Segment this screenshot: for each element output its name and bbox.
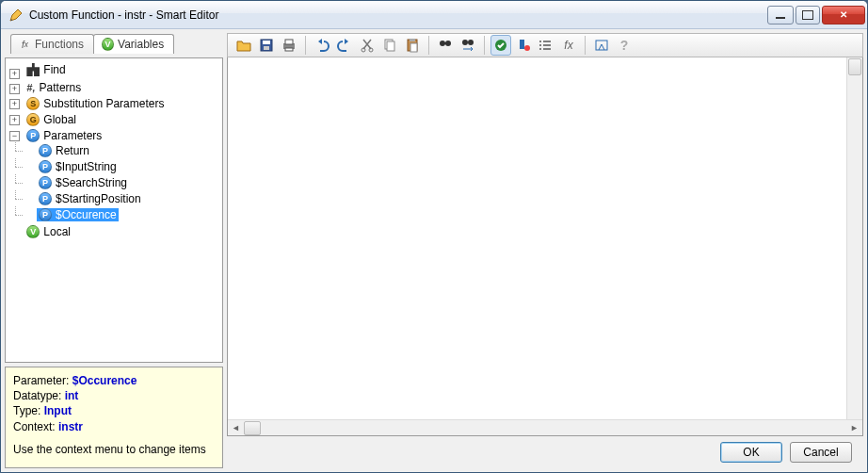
p-icon: P — [39, 208, 52, 221]
validate-icon[interactable] — [490, 35, 511, 56]
tree: + Find + #,Patterns + SSubstitution Para… — [8, 62, 220, 239]
separator — [305, 36, 306, 55]
close-button[interactable] — [822, 6, 865, 24]
svg-point-21 — [539, 41, 541, 42]
tree-label: $StartingPosition — [56, 192, 141, 205]
info-context-value: instr — [58, 420, 83, 433]
svg-rect-4 — [285, 40, 293, 44]
print-icon[interactable] — [279, 35, 299, 56]
info-context-label: Context: — [13, 420, 58, 433]
tree-label: Local — [43, 225, 71, 238]
info-hint: Use the context menu to change items — [13, 442, 215, 457]
tree-label: Patterns — [40, 81, 82, 94]
tree-item-param-return[interactable]: PReturn — [24, 142, 220, 158]
cut-icon[interactable] — [357, 35, 378, 56]
binoculars-icon — [26, 63, 40, 76]
tree-label: Return — [56, 144, 89, 157]
find-icon[interactable] — [435, 35, 456, 56]
svg-point-16 — [462, 40, 468, 45]
p-icon: P — [26, 129, 40, 142]
info-datatype-value: int — [65, 389, 79, 402]
tree-item-global[interactable]: + GGlobal — [9, 111, 220, 127]
titlebar: Custom Function - instr - Smart Editor — [1, 1, 867, 29]
tree-item-param-searchstring[interactable]: P$SearchString — [24, 174, 220, 190]
highlight-icon[interactable] — [591, 35, 612, 56]
save-icon[interactable] — [256, 35, 277, 56]
tree-item-find[interactable]: + Find — [9, 62, 220, 80]
hash-icon: #, — [26, 82, 35, 93]
body: fx Functions V Variables + Find — [1, 29, 867, 472]
bookmark-icon[interactable] — [513, 35, 534, 56]
tree-item-param-inputstring[interactable]: P$InputString — [24, 158, 220, 174]
window-title: Custom Function - instr - Smart Editor — [29, 8, 767, 22]
separator — [585, 36, 586, 55]
expander-icon[interactable]: + — [9, 84, 20, 94]
redo-icon[interactable] — [334, 35, 355, 56]
expander-icon[interactable]: + — [9, 115, 20, 125]
tree-label: Substitution Parameters — [43, 97, 164, 110]
info-type-value: Input — [44, 404, 72, 417]
cancel-button[interactable]: Cancel — [790, 442, 852, 463]
svg-rect-9 — [387, 41, 394, 51]
tree-label: $Occurence — [56, 208, 117, 221]
copy-icon[interactable] — [379, 35, 400, 56]
p-icon: P — [39, 192, 52, 205]
maximize-button[interactable] — [796, 6, 820, 24]
scroll-right-icon[interactable]: ► — [846, 421, 862, 435]
svg-rect-11 — [410, 39, 415, 41]
tree-item-param-startingposition[interactable]: P$StartingPosition — [24, 190, 220, 206]
horizontal-scrollbar[interactable]: ◄ ► — [228, 419, 862, 435]
p-icon: P — [39, 176, 52, 189]
right-panel: fx ? ◄ ► OK Cancel — [227, 33, 863, 468]
svg-rect-15 — [444, 42, 446, 44]
info-datatype-label: Datatype: — [13, 389, 65, 402]
scroll-left-icon[interactable]: ◄ — [228, 421, 244, 435]
dialog-footer: OK Cancel — [227, 436, 863, 468]
expander-icon[interactable]: − — [9, 131, 20, 141]
tree-label: $InputString — [56, 160, 117, 173]
undo-icon[interactable] — [312, 35, 332, 56]
tree-item-substitution[interactable]: + SSubstitution Parameters — [9, 95, 220, 111]
window-controls — [767, 6, 865, 24]
tree-item-local[interactable]: VLocal — [9, 223, 220, 239]
tree-item-param-occurence[interactable]: P$Occurence — [24, 206, 220, 222]
tree-label: Global — [43, 113, 76, 126]
paste-icon[interactable] — [402, 35, 423, 56]
code-editor[interactable]: ◄ ► — [227, 57, 863, 436]
window: Custom Function - instr - Smart Editor f… — [0, 0, 868, 473]
ok-button[interactable]: OK — [720, 442, 782, 463]
fx-icon: fx — [19, 39, 31, 51]
svg-rect-1 — [263, 41, 270, 44]
vertical-scrollbar[interactable] — [846, 57, 862, 419]
info-type-label: Type: — [13, 404, 44, 417]
help-icon[interactable]: ? — [614, 35, 635, 56]
find-replace-icon[interactable] — [458, 35, 478, 56]
p-icon: P — [39, 160, 52, 173]
g-icon: G — [26, 113, 40, 126]
info-panel: Parameter: $Occurence Datatype: int Type… — [5, 367, 223, 468]
toolbar: fx ? — [227, 33, 863, 57]
tree-item-patterns[interactable]: + #,Patterns — [9, 80, 220, 95]
variables-icon: V — [102, 39, 114, 51]
app-icon — [8, 8, 24, 23]
s-icon: S — [26, 97, 40, 110]
fx-icon[interactable]: fx — [558, 35, 579, 56]
expander-icon[interactable]: + — [9, 99, 20, 109]
tree-panel: + Find + #,Patterns + SSubstitution Para… — [5, 57, 223, 363]
left-panel: fx Functions V Variables + Find — [5, 33, 223, 468]
tree-item-parameters[interactable]: − PParameters PReturn P$InputString P$Se… — [9, 127, 220, 223]
expander-icon[interactable]: + — [9, 69, 20, 79]
open-icon[interactable] — [233, 35, 254, 56]
tab-functions[interactable]: fx Functions — [10, 34, 94, 54]
tree-label: Parameters — [43, 129, 102, 142]
svg-point-17 — [468, 40, 474, 45]
v-icon: V — [26, 225, 40, 238]
svg-point-20 — [524, 45, 530, 51]
list-icon[interactable] — [536, 35, 556, 56]
separator — [428, 36, 429, 55]
tab-variables[interactable]: V Variables — [93, 34, 174, 54]
tree-label: Find — [43, 63, 65, 76]
tab-strip: fx Functions V Variables — [5, 33, 223, 54]
svg-rect-2 — [264, 46, 269, 50]
minimize-button[interactable] — [767, 6, 794, 24]
